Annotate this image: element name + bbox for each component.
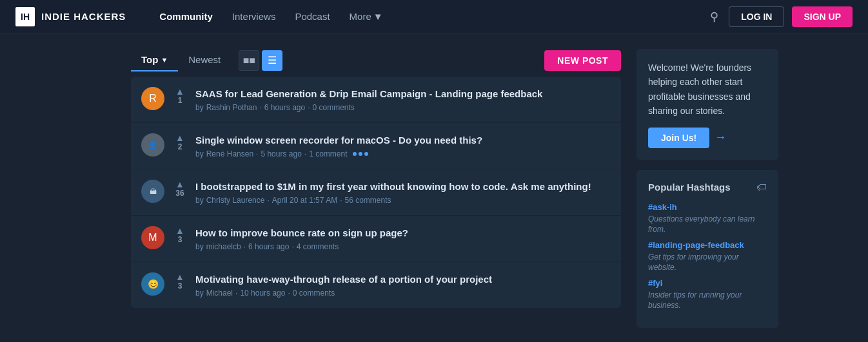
upvote-icon[interactable]: ▲	[175, 133, 184, 142]
post-comments[interactable]: 0 comments	[293, 289, 335, 298]
hashtags-card: Popular Hashtags 🏷 #ask-ih Questions eve…	[636, 170, 778, 328]
hashtag-desc: Insider tips for running your business.	[648, 290, 742, 310]
dot-1	[353, 152, 357, 156]
dot-3	[364, 152, 368, 156]
grid-view-button[interactable]: ■■	[239, 50, 259, 71]
nav-links: Community Interviews Podcast More ▼	[152, 7, 707, 26]
hashtag-link[interactable]: #landing-page-feedback	[648, 240, 767, 250]
post-body: How to improve bounce rate on sign up pa…	[195, 226, 611, 251]
navbar: IH INDIE HACKERS Community Interviews Po…	[0, 0, 868, 33]
upvote-icon[interactable]: ▲	[175, 226, 184, 235]
meta-sep2: ·	[340, 196, 342, 205]
post-body: Single window screen recorder for macOS …	[195, 133, 611, 158]
post-by: by	[195, 149, 204, 158]
post-meta: by michaelcb · 6 hours ago · 4 comments	[195, 242, 611, 251]
avatar: 👤	[141, 133, 164, 157]
meta-sep2: ·	[304, 149, 306, 158]
hashtags-header: Popular Hashtags 🏷	[648, 182, 767, 193]
hashtag-link[interactable]: #ask-ih	[648, 202, 767, 212]
post-author[interactable]: René Hansen	[206, 149, 253, 158]
post-author[interactable]: Rashin Pothan	[206, 103, 257, 112]
post-time: 5 hours ago	[261, 149, 301, 158]
meta-sep2: ·	[288, 289, 290, 298]
post-author[interactable]: Christy Laurence	[206, 196, 265, 205]
table-row: 🏔 ▲ 36 I bootstrapped to $1M in my first…	[131, 169, 621, 216]
arrow-icon[interactable]: →	[715, 131, 726, 144]
new-post-button[interactable]: NEW POST	[544, 50, 621, 71]
post-time: April 20 at 1:57 AM	[272, 196, 337, 205]
meta-sep: ·	[235, 289, 237, 298]
post-comments[interactable]: 56 comments	[344, 196, 391, 205]
vote-count: 36	[175, 189, 184, 198]
hashtag-item: #fyi Insider tips for running your busin…	[648, 278, 767, 310]
post-author[interactable]: Michael	[206, 289, 233, 298]
post-author[interactable]: michaelcb	[206, 242, 241, 251]
table-row: 😊 ▲ 3 Motivating have-way-through releas…	[131, 262, 621, 308]
upvote-icon[interactable]: ▲	[175, 272, 184, 281]
meta-sep: ·	[244, 242, 246, 251]
post-by: by	[195, 289, 204, 298]
vote-count: 1	[178, 96, 182, 105]
post-time: 6 hours ago	[264, 103, 305, 112]
upvote-icon[interactable]: ▲	[175, 180, 184, 189]
sidebar: Welcome! We're founders helping each oth…	[636, 49, 778, 338]
table-row: 👤 ▲ 2 Single window screen recorder for …	[131, 123, 621, 169]
welcome-card: Welcome! We're founders helping each oth…	[636, 49, 778, 160]
post-time: 6 hours ago	[248, 242, 289, 251]
hashtag-link[interactable]: #fyi	[648, 278, 767, 288]
post-body: SAAS for Lead Generation & Drip Email Ca…	[195, 87, 611, 112]
post-comments[interactable]: 1 comment	[309, 149, 347, 158]
post-time: 10 hours ago	[240, 289, 285, 298]
upvote-icon[interactable]: ▲	[175, 87, 184, 96]
post-body: I bootstrapped to $1M in my first year w…	[195, 180, 611, 205]
nav-interviews[interactable]: Interviews	[224, 7, 284, 26]
table-row: M ▲ 3 How to improve bounce rate on sign…	[131, 216, 621, 262]
vote-count: 3	[178, 281, 182, 290]
table-row: R ▲ 1 SAAS for Lead Generation & Drip Em…	[131, 77, 621, 123]
post-title[interactable]: How to improve bounce rate on sign up pa…	[195, 226, 611, 240]
nav-more[interactable]: More ▼	[342, 7, 391, 26]
post-by: by	[195, 103, 204, 112]
meta-sep2: ·	[308, 103, 310, 112]
brand-logo: IH	[15, 7, 35, 26]
tab-top[interactable]: Top ▼	[131, 49, 178, 71]
avatar: M	[141, 226, 164, 249]
post-meta: by René Hansen · 5 hours ago · 1 comment	[195, 149, 611, 158]
join-button[interactable]: Join Us!	[648, 128, 709, 148]
post-title[interactable]: Motivating have-way-through release of a…	[195, 272, 611, 286]
brand-name: INDIE HACKERS	[41, 11, 126, 22]
avatar: 😊	[141, 272, 164, 296]
hashtag-item: #ask-ih Questions everybody can learn fr…	[648, 202, 767, 234]
left-spacer	[90, 49, 115, 338]
tag-icon: 🏷	[756, 182, 767, 193]
post-title[interactable]: I bootstrapped to $1M in my first year w…	[195, 180, 611, 193]
tab-group: Top ▼ Newest	[131, 49, 231, 71]
post-comments[interactable]: 4 comments	[297, 242, 339, 251]
post-body: Motivating have-way-through release of a…	[195, 272, 611, 298]
post-meta: by Rashin Pothan · 6 hours ago · 0 comme…	[195, 103, 611, 112]
post-title[interactable]: Single window screen recorder for macOS …	[195, 133, 611, 147]
post-comments[interactable]: 0 comments	[313, 103, 355, 112]
tab-newest[interactable]: Newest	[178, 49, 231, 71]
post-meta: by Michael · 10 hours ago · 0 comments	[195, 289, 611, 298]
dot-2	[359, 152, 362, 156]
search-icon[interactable]: ⚲	[707, 7, 721, 26]
hashtag-desc: Get tips for improving your website.	[648, 252, 739, 272]
posts-toolbar: Top ▼ Newest ■■ ☰ NEW POST	[131, 49, 621, 71]
meta-sep2: ·	[291, 242, 293, 251]
post-meta: by Christy Laurence · April 20 at 1:57 A…	[195, 196, 611, 205]
post-vote: ▲ 36	[172, 180, 188, 198]
avatar: R	[141, 87, 164, 110]
nav-community[interactable]: Community	[152, 7, 221, 26]
avatar: 🏔	[141, 180, 164, 203]
signup-button[interactable]: SIGN UP	[792, 6, 853, 27]
post-title[interactable]: SAAS for Lead Generation & Drip Email Ca…	[195, 87, 611, 100]
post-vote: ▲ 3	[172, 226, 188, 244]
list-view-button[interactable]: ☰	[262, 50, 282, 71]
nav-podcast[interactable]: Podcast	[287, 7, 337, 26]
posts-list: R ▲ 1 SAAS for Lead Generation & Drip Em…	[131, 77, 621, 308]
brand-link[interactable]: IH INDIE HACKERS	[15, 7, 126, 26]
login-button[interactable]: LOG IN	[729, 6, 784, 27]
view-toggle: ■■ ☰	[239, 50, 282, 71]
post-by: by	[195, 242, 204, 251]
